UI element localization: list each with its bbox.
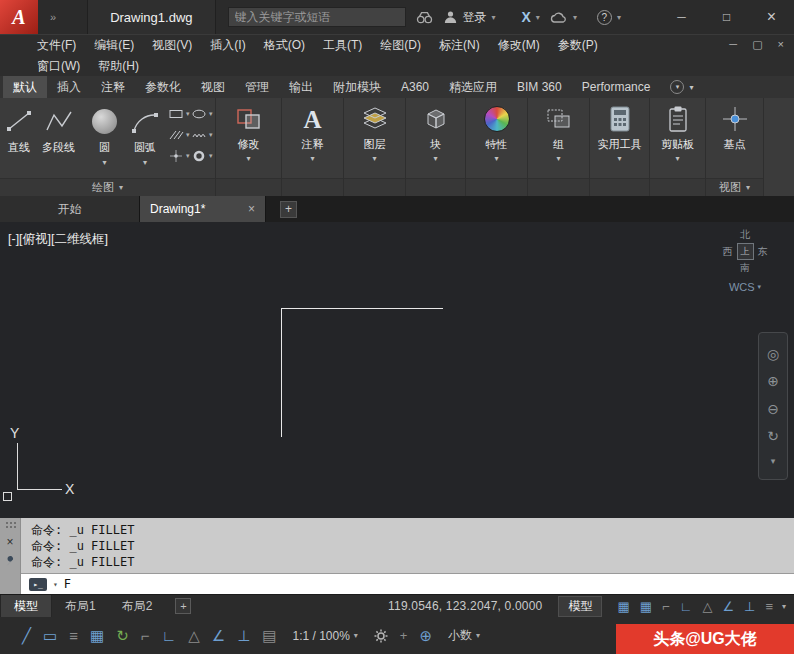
viewcube-south-label[interactable]: 南 <box>740 261 750 275</box>
navigation-wheel-icon[interactable]: ◎ <box>767 347 779 361</box>
properties-panel-footer[interactable] <box>466 178 527 196</box>
circle-caret-icon[interactable]: ▾ <box>102 158 106 167</box>
navbar-more-icon[interactable]: ▾ <box>771 457 776 466</box>
units-dropdown[interactable]: 小数 ▾ <box>448 627 480 644</box>
viewcube-west-label[interactable]: 西 <box>723 245 733 259</box>
annotation-scale-button[interactable]: 1:1 / 100% ▾ <box>292 629 357 643</box>
add-status-tool-icon[interactable]: + <box>400 629 408 642</box>
annotate-panel-footer[interactable] <box>282 178 343 196</box>
group-caret-icon[interactable]: ▾ <box>556 154 560 163</box>
drawing-tab-close-icon[interactable]: × <box>248 202 255 216</box>
file-tab-start[interactable]: 开始 <box>0 196 140 222</box>
model-space-button[interactable]: 模型 <box>558 596 602 617</box>
search-input[interactable] <box>228 7 406 27</box>
ribbon-tab-insert[interactable]: 插入 <box>47 76 91 98</box>
layout-tab-layout2[interactable]: 布局2 <box>109 595 166 618</box>
command-close-icon[interactable]: × <box>6 536 13 548</box>
view-panel-expand-icon[interactable]: ▾ <box>746 183 750 192</box>
menu-view[interactable]: 视图(V) <box>143 35 201 56</box>
layout-tab-model[interactable]: 模型 <box>0 595 52 618</box>
file-tab-drawing1[interactable]: Drawing1* × <box>140 196 266 222</box>
hatch-tool-icon[interactable]: ▾ <box>168 129 191 141</box>
ribbon-tab-view[interactable]: 视图 <box>191 76 235 98</box>
help-icon[interactable]: ? <box>597 10 612 25</box>
donut-tool-icon[interactable]: ▾ <box>191 150 214 162</box>
properties-button[interactable]: 特性 ▾ <box>468 103 526 163</box>
utilities-caret-icon[interactable]: ▾ <box>617 154 621 163</box>
block-caret-icon[interactable]: ▾ <box>433 154 437 163</box>
menu-edit[interactable]: 编辑(E) <box>85 35 143 56</box>
app-menu-button[interactable]: A <box>0 0 38 34</box>
ribbon-tab-home[interactable]: 默认 <box>3 76 47 98</box>
doc-restore-icon[interactable]: ▢ <box>752 38 762 51</box>
block-button[interactable]: 块 ▾ <box>407 103 465 163</box>
modify-button[interactable]: 修改 ▾ <box>220 103 278 163</box>
draw-panel-footer[interactable]: 绘图 ▾ <box>0 178 215 196</box>
view-panel-footer[interactable]: 视图 ▾ <box>706 178 763 196</box>
clipboard-panel-footer[interactable] <box>650 178 705 196</box>
menu-help[interactable]: 帮助(H) <box>89 56 148 77</box>
menu-draw[interactable]: 绘图(D) <box>371 35 430 56</box>
point-tool-icon[interactable]: ▾ <box>168 150 191 162</box>
layout-tab-layout1[interactable]: 布局1 <box>52 595 109 618</box>
ribbon-tab-performance[interactable]: Performance <box>572 76 661 98</box>
recent-commands-caret-icon[interactable]: ▾ <box>53 580 58 589</box>
viewport-controls-label[interactable]: [-][俯视][二维线框] <box>8 231 108 248</box>
ribbon-options-caret-icon[interactable]: ▾ <box>689 83 693 92</box>
utilities-button[interactable]: 实用工具 ▾ <box>591 103 649 163</box>
menu-modify[interactable]: 修改(M) <box>489 35 549 56</box>
command-history[interactable]: 命令: _u FILLET 命令: _u FILLET 命令: _u FILLE… <box>21 518 794 573</box>
isodraft-icon[interactable]: △ <box>702 599 712 614</box>
ribbon-options-button[interactable]: ▾ ▾ <box>670 76 693 98</box>
polar-tracking-toggle[interactable]: ∟ <box>162 628 177 643</box>
quick-access-overflow-icon[interactable]: » <box>50 11 55 23</box>
ellipse-tool-icon[interactable]: ▾ <box>191 108 214 120</box>
clipboard-button[interactable]: 剪贴板 ▾ <box>649 103 707 163</box>
command-window-grip[interactable] <box>5 521 16 529</box>
isometric-draft-toggle[interactable]: △ <box>188 628 200 643</box>
snap-mode-toggle[interactable]: ╱ <box>22 628 31 643</box>
snap-icon[interactable]: ▦ <box>640 599 652 614</box>
menu-dimension[interactable]: 标注(N) <box>430 35 489 56</box>
command-prompt-icon[interactable]: ▸_ <box>29 578 47 591</box>
arc-caret-icon[interactable]: ▾ <box>143 158 147 167</box>
menu-file[interactable]: 文件(F) <box>28 35 85 56</box>
menu-insert[interactable]: 插入(I) <box>201 35 254 56</box>
close-button[interactable]: × <box>749 0 794 34</box>
doc-close-icon[interactable]: × <box>778 38 784 51</box>
revcloud-tool-icon[interactable]: ▾ <box>191 129 214 141</box>
menu-window[interactable]: 窗口(W) <box>28 56 89 77</box>
ortho-icon[interactable]: ∟ <box>680 599 693 614</box>
modify-caret-icon[interactable]: ▾ <box>246 154 250 163</box>
doc-minimize-icon[interactable]: ─ <box>729 38 737 51</box>
zoom-out-icon[interactable]: ⊖ <box>767 402 779 416</box>
arc-button[interactable]: 圆弧 ▾ <box>130 105 160 167</box>
viewcube-north-label[interactable]: 北 <box>740 228 750 242</box>
dynamic-ucs-toggle[interactable]: ↻ <box>116 628 129 643</box>
utilities-panel-footer[interactable] <box>590 178 649 196</box>
ribbon-tab-addins[interactable]: 附加模块 <box>323 76 391 98</box>
menu-format[interactable]: 格式(O) <box>255 35 314 56</box>
crosshair-target-icon[interactable]: ⊕ <box>419 628 432 643</box>
drawing-canvas[interactable]: [-][俯视][二维线框] 北 西 上 东 南 WCS ▾ ◎ ⊕ ⊖ ↻ ▾ <box>0 222 794 518</box>
pan-zoom-in-icon[interactable]: ⊕ <box>767 374 779 388</box>
drawn-line-horizontal[interactable] <box>281 308 443 309</box>
new-layout-button[interactable]: + <box>175 598 191 614</box>
signin-button[interactable]: 登录 <box>463 9 487 26</box>
osnap-tracking-toggle[interactable]: ∠ <box>212 628 225 643</box>
polyline-button[interactable]: 多段线 <box>42 105 75 155</box>
ribbon-tab-manage[interactable]: 管理 <box>235 76 279 98</box>
basepoint-button[interactable]: 基点 <box>706 103 764 154</box>
dynamic-input-toggle[interactable]: ▭ <box>43 628 57 643</box>
layers-button[interactable]: 图层 ▾ <box>346 103 404 163</box>
ribbon-tab-bim360[interactable]: BIM 360 <box>507 76 572 98</box>
object-snap-toggle[interactable]: ⊥ <box>237 628 250 643</box>
annotate-button[interactable]: A 注释 ▾ <box>284 103 342 163</box>
infer-constraints-icon[interactable]: ⌐ <box>662 599 670 614</box>
rectangle-tool-icon[interactable]: ▾ <box>168 108 191 120</box>
ortho-mode-toggle[interactable]: ≡ <box>69 628 78 643</box>
group-panel-footer[interactable] <box>528 178 589 196</box>
signin-caret-icon[interactable]: ▾ <box>492 13 496 22</box>
help-caret-icon[interactable]: ▾ <box>617 13 621 22</box>
command-input-row[interactable]: ▸_ ▾ F <box>21 573 794 594</box>
